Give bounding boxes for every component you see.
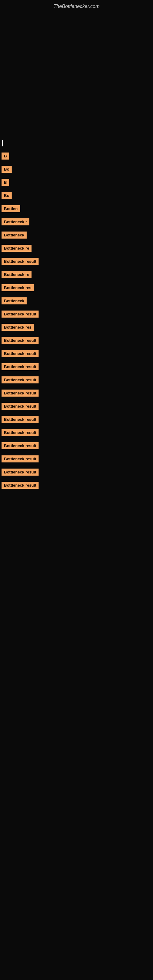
bottleneck-result-label: Bottlen <box>2 205 20 212</box>
bottleneck-result-label: Bottleneck result <box>2 416 38 423</box>
list-item: Bo <box>2 192 153 199</box>
list-item: Bottleneck result <box>2 469 153 476</box>
bottleneck-result-label: Bo <box>2 192 12 199</box>
list-item: Bottleneck <box>2 298 153 304</box>
top-black-area <box>0 12 153 140</box>
bottleneck-result-label: Bottleneck result <box>2 429 38 436</box>
bottleneck-result-label: B <box>2 179 9 186</box>
list-item: Bottleneck result <box>2 258 153 265</box>
bottleneck-result-label: Bottleneck result <box>2 482 38 489</box>
list-item: Bottlen <box>2 205 153 212</box>
list-item: Bottleneck result <box>2 376 153 383</box>
list-item: Bottleneck res <box>2 324 153 331</box>
bottleneck-result-label: Bottleneck result <box>2 350 38 357</box>
bottleneck-result-label: Bottleneck res <box>2 284 34 291</box>
bottleneck-result-label: Bottleneck <box>2 298 27 304</box>
list-item: Bottleneck <box>2 232 153 239</box>
bottleneck-result-label: Bottleneck result <box>2 469 38 476</box>
list-item: Bottleneck result <box>2 429 153 436</box>
bottleneck-result-label: Bottleneck result <box>2 337 38 344</box>
bottleneck-result-label: Bottleneck result <box>2 455 38 463</box>
bottleneck-result-label: B <box>2 153 9 159</box>
bottleneck-result-label: Bottleneck result <box>2 310 38 318</box>
list-item: Bottleneck result <box>2 363 153 370</box>
list-item: B <box>2 179 153 186</box>
bottleneck-result-label: Bottleneck re <box>2 245 32 252</box>
bottleneck-result-label: Bottleneck result <box>2 363 38 370</box>
cursor-indicator <box>2 140 3 146</box>
list-item: Bottleneck result <box>2 310 153 318</box>
list-item: Bottleneck result <box>2 455 153 463</box>
bottleneck-result-label: Bottleneck re <box>2 271 32 278</box>
bottleneck-result-label: Bottleneck result <box>2 442 38 449</box>
bottleneck-result-label: Bottleneck res <box>2 324 34 331</box>
bottleneck-result-label: Bottleneck result <box>2 390 38 396</box>
list-item: Bottleneck re <box>2 245 153 252</box>
list-item: Bottleneck re <box>2 271 153 278</box>
list-item: Bottleneck result <box>2 350 153 357</box>
list-item: Bottleneck result <box>2 403 153 410</box>
list-item: Bottleneck r <box>2 218 153 225</box>
list-item: Bottleneck result <box>2 337 153 344</box>
bottleneck-items-container: BBoBBoBottlenBottleneck rBottleneckBottl… <box>0 140 153 489</box>
site-header: TheBottlenecker.com <box>0 0 153 12</box>
bottleneck-result-label: Bottleneck result <box>2 376 38 383</box>
bottleneck-result-label: Bottleneck <box>2 232 27 239</box>
list-item: Bottleneck result <box>2 416 153 423</box>
bottleneck-result-label: Bottleneck r <box>2 218 29 225</box>
list-item: Bottleneck result <box>2 390 153 396</box>
list-item: Bottleneck result <box>2 442 153 449</box>
list-item: Bo <box>2 166 153 173</box>
list-item: B <box>2 153 153 159</box>
list-item <box>2 140 153 146</box>
list-item: Bottleneck res <box>2 284 153 291</box>
bottleneck-result-label: Bottleneck result <box>2 403 38 410</box>
list-item: Bottleneck result <box>2 482 153 489</box>
bottleneck-result-label: Bottleneck result <box>2 258 38 265</box>
site-title: TheBottlenecker.com <box>0 0 153 12</box>
bottleneck-result-label: Bo <box>2 166 12 173</box>
